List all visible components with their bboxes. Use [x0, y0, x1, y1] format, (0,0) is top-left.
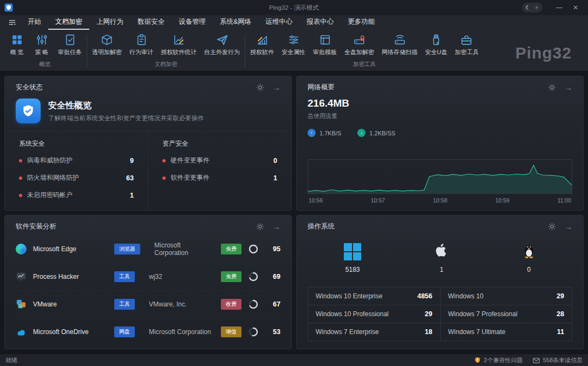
ribbon-secure-usb-button[interactable]: 安全U盘 [421, 31, 451, 59]
upload-speed: ↑1.7KB/S [308, 129, 341, 137]
license-badge: 收费 [221, 299, 241, 310]
open-detail-arrow-icon[interactable]: → [564, 83, 572, 92]
menu-tab-device-mgmt[interactable]: 设备管理 [172, 15, 213, 30]
menu-tab-system-network[interactable]: 系统&网络 [213, 15, 258, 30]
os-name: Windows 7 Professional [448, 310, 518, 318]
chart-pencil-icon [173, 34, 185, 46]
close-button[interactable]: ✕ [567, 0, 584, 15]
ribbon-transparent-encryption-button[interactable]: 透明加解密 [88, 31, 126, 59]
ribbon-authorized-software-stats-button[interactable]: 授权软件统计 [157, 31, 200, 59]
unread-messages-text: 558条未读信息 [543, 356, 583, 364]
ribbon-behavior-audit-button[interactable]: 行为审计 [126, 31, 157, 59]
security-overview-title: 安全性概览 [48, 100, 204, 112]
ribbon-item-label: 行为审计 [129, 48, 153, 56]
ribbon-separator [87, 34, 87, 68]
settings-gear-icon[interactable] [256, 83, 264, 92]
download-icon: ↓ [357, 129, 365, 137]
ribbon-authorized-software-button[interactable]: 授权软件 [246, 31, 278, 59]
app-window: Ping32 - 演示模式 ☾ ☀ — ✕ 开始 文档加密 上网行为 数据安全 … [0, 0, 588, 366]
ribbon-approval-template-button[interactable]: 审批模板 [309, 31, 341, 59]
ribbon-item-label: 审批模板 [313, 48, 337, 56]
security-metric-row[interactable]: 硬件变更事件0 [162, 156, 277, 165]
linux-platform: 0 [522, 242, 536, 273]
menu-tab-start[interactable]: 开始 [21, 15, 48, 30]
compatibility-issues-button[interactable]: 2个兼容性问题 [474, 356, 523, 364]
ribbon-item-label: 自主外发行为 [204, 48, 240, 56]
x-tick: 10:57 [371, 197, 385, 204]
metric-label: 未启用密码帐户 [27, 191, 73, 200]
sun-icon: ☀ [534, 5, 539, 11]
software-row[interactable]: Process Hacker 工具 wj32 免费 69 [16, 263, 280, 290]
alert-dot-icon [19, 177, 22, 180]
ribbon-security-attributes-button[interactable]: 安全属性 [278, 31, 309, 59]
titlebar: Ping32 - 演示模式 ☾ ☀ — ✕ [0, 0, 588, 15]
alert-dot-icon [19, 159, 22, 162]
menu-tab-web-behavior[interactable]: 上网行为 [89, 15, 130, 30]
panel-title: 安全状态 [16, 83, 43, 92]
security-metric-row[interactable]: 防火墙和网络防护63 [19, 173, 134, 182]
sliders-icon [36, 34, 48, 46]
settings-gear-icon[interactable] [548, 83, 556, 92]
clipboard-icon [135, 34, 148, 46]
asset-security-section: 资产安全 硬件变更事件0 软件变更事件1 [148, 132, 291, 210]
os-name: Windows 7 Enterprise [316, 328, 379, 336]
ribbon-policy-button[interactable]: 策 略 [29, 31, 54, 59]
menu-tab-doc-encryption[interactable]: 文档加密 [48, 15, 89, 30]
menu-tab-more-features[interactable]: 更多功能 [341, 15, 382, 30]
ribbon-item-label: 策 略 [35, 48, 48, 56]
open-detail-arrow-icon[interactable]: → [272, 83, 280, 92]
minimize-button[interactable]: — [551, 0, 567, 15]
network-traffic-chart [308, 159, 572, 194]
usb-icon [430, 34, 442, 46]
os-table-cell: Windows 7 Ultimate11 [440, 323, 572, 341]
menu-tab-report-center[interactable]: 报表中心 [299, 15, 341, 30]
metric-value: 9 [130, 157, 134, 165]
ribbon-overview-button[interactable]: 概 览 [4, 31, 29, 59]
ribbon-encryption-tools-button[interactable]: 加密工具 [451, 31, 482, 59]
security-metric-row[interactable]: 软件变更事件1 [162, 173, 277, 182]
theme-toggle[interactable]: ☾ ☀ [522, 3, 543, 12]
ribbon-network-storage-scan-button[interactable]: 网络存储扫描 [378, 31, 421, 59]
settings-gear-icon[interactable] [256, 223, 264, 231]
alert-dot-icon [19, 194, 22, 197]
security-metric-row[interactable]: 未启用密码帐户1 [19, 191, 134, 200]
linux-tux-logo [522, 242, 536, 260]
unread-messages-button[interactable]: 558条未读信息 [533, 356, 583, 364]
ribbon-self-outgoing-button[interactable]: 自主外发行为 [200, 31, 244, 59]
vendor-name: VMware, Inc. [149, 300, 214, 308]
vendor-name: wj32 [149, 273, 214, 280]
menu-tab-data-security[interactable]: 数据安全 [130, 15, 172, 30]
ribbon-group-overview: 概 览 策 略 审批任务 概览 [4, 31, 86, 71]
install-count: 53 [265, 328, 280, 336]
platform-count: 5183 [345, 266, 360, 273]
upload-speed-value: 1.7KB/S [319, 130, 341, 136]
panel-title: 软件安装分析 [16, 222, 56, 231]
os-table-cell: Windows 7 Professional28 [440, 305, 572, 323]
cube-icon [101, 34, 113, 46]
license-badge: 增值 [221, 326, 241, 337]
operating-system-panel: 操作系统 → 5183 1 [296, 215, 584, 350]
warning-shield-icon [474, 357, 481, 363]
ribbon-group-encryption-tools: 授权软件 安全属性 审批模板 全盘加解密 网络存储扫描 [246, 31, 482, 71]
ribbon-item-label: 授权软件 [250, 48, 274, 56]
category-badge: 工具 [114, 271, 135, 282]
open-detail-arrow-icon[interactable]: → [564, 223, 572, 231]
software-row[interactable]: VMware 工具 VMware, Inc. 收费 67 [16, 290, 280, 318]
ribbon-item-label: 安全属性 [282, 48, 305, 56]
open-detail-arrow-icon[interactable]: → [272, 223, 280, 231]
window-title: Ping32 - 演示模式 [0, 4, 588, 12]
settings-gear-icon[interactable] [548, 223, 556, 231]
menu-tab-ops-center[interactable]: 运维中心 [258, 15, 299, 30]
install-count: 95 [265, 245, 280, 253]
toolbox-icon [460, 34, 473, 46]
ribbon-approval-tasks-button[interactable]: 审批任务 [54, 31, 86, 59]
security-metric-row[interactable]: 病毒和威胁防护9 [19, 156, 134, 165]
main-menu-button[interactable] [3, 15, 21, 30]
dashboard: 安全状态 → 安全性概览 了解终端当前系统安全性和资产变更情况并采取必要操作 系… [0, 71, 588, 354]
os-name: Windows 10 Enterprise [316, 292, 382, 300]
ribbon-full-disk-encryption-button[interactable]: 全盘加解密 [341, 31, 378, 59]
software-row[interactable]: Microsoft OneDrive 网盘 Microsoft Corporat… [16, 318, 280, 345]
process-hacker-app-icon [16, 271, 27, 282]
panel-title: 网络概要 [308, 83, 335, 92]
software-row[interactable]: Microsoft Edge 浏览器 Microsoft Corporation… [16, 236, 280, 263]
